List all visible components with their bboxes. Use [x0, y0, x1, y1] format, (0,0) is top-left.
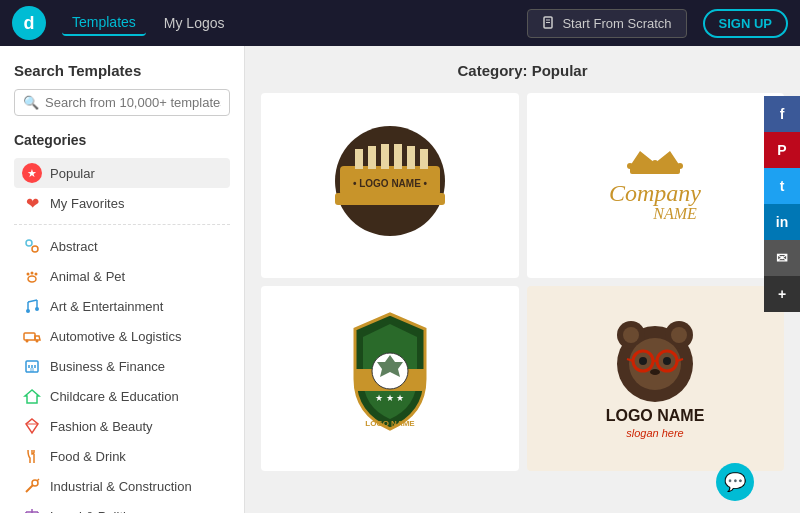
- svg-text:LOGO NAME: LOGO NAME: [606, 407, 705, 424]
- sidebar-item-food-drink[interactable]: Food & Drink: [14, 441, 230, 471]
- svg-marker-22: [25, 390, 39, 403]
- logo-preview-2: Company NAME: [575, 111, 735, 261]
- content-area: Category: Popular • LOGO NAME •: [245, 46, 800, 513]
- balance-icon: [22, 506, 42, 513]
- logo-grid: • LOGO NAME • Company NAME: [261, 93, 784, 471]
- svg-point-4: [32, 246, 38, 252]
- sidebar-item-art-entertainment[interactable]: Art & Entertainment: [14, 291, 230, 321]
- facebook-button[interactable]: f: [764, 96, 800, 132]
- svg-text:• LOGO NAME •: • LOGO NAME •: [353, 178, 428, 189]
- logo-card-1[interactable]: • LOGO NAME •: [261, 93, 519, 278]
- logo-card-3[interactable]: ★ ★ ★ LOGO NAME: [261, 286, 519, 471]
- truck-icon: [22, 326, 42, 346]
- svg-text:NAME: NAME: [652, 205, 697, 222]
- svg-point-57: [671, 327, 687, 343]
- svg-point-65: [663, 357, 671, 365]
- svg-point-5: [28, 276, 36, 282]
- app-logo: d: [12, 6, 46, 40]
- svg-point-16: [36, 340, 39, 343]
- svg-rect-39: [407, 146, 415, 169]
- svg-rect-21: [30, 368, 34, 372]
- svg-point-12: [26, 309, 30, 313]
- svg-rect-34: [335, 193, 445, 205]
- search-templates-title: Search Templates: [14, 62, 230, 79]
- building-icon: [22, 356, 42, 376]
- sidebar-item-legal-politics[interactable]: Legal & Politics: [14, 501, 230, 513]
- twitter-button[interactable]: t: [764, 168, 800, 204]
- logo-preview-1: • LOGO NAME •: [310, 111, 470, 261]
- paw-icon: [22, 266, 42, 286]
- svg-text:slogan here: slogan here: [627, 427, 685, 439]
- sidebar-item-business-finance[interactable]: Business & Finance: [14, 351, 230, 381]
- search-input[interactable]: [45, 95, 221, 110]
- svg-text:LOGO NAME: LOGO NAME: [365, 419, 415, 428]
- nav-templates[interactable]: Templates: [62, 10, 146, 36]
- sidebar-item-childcare-education[interactable]: Childcare & Education: [14, 381, 230, 411]
- svg-text:Company: Company: [609, 180, 701, 206]
- linkedin-button[interactable]: in: [764, 204, 800, 240]
- svg-point-6: [27, 273, 30, 276]
- svg-point-58: [629, 338, 681, 390]
- svg-rect-38: [394, 144, 402, 169]
- logo-card-2[interactable]: Company NAME: [527, 93, 785, 278]
- logo-preview-3: ★ ★ ★ LOGO NAME: [310, 299, 470, 459]
- svg-point-64: [639, 357, 647, 365]
- svg-point-45: [677, 163, 683, 169]
- document-icon: [542, 16, 556, 30]
- sidebar-item-abstract[interactable]: Abstract: [14, 231, 230, 261]
- header-nav: Templates My Logos: [62, 10, 235, 36]
- chat-button[interactable]: 💬: [716, 463, 754, 501]
- more-share-button[interactable]: +: [764, 276, 800, 312]
- category-name: Popular: [532, 62, 588, 79]
- nav-mylogos[interactable]: My Logos: [154, 11, 235, 35]
- svg-line-10: [28, 300, 37, 302]
- pinterest-button[interactable]: P: [764, 132, 800, 168]
- signup-button[interactable]: SIGN UP: [703, 9, 788, 38]
- music-icon: [22, 296, 42, 316]
- logo-preview-4: LOGO NAME slogan here: [575, 299, 735, 459]
- sidebar-item-automotive[interactable]: Automotive & Logistics: [14, 321, 230, 351]
- svg-marker-23: [26, 419, 38, 433]
- svg-point-43: [627, 163, 633, 169]
- svg-point-44: [652, 160, 658, 166]
- star-icon: ★: [22, 163, 42, 183]
- svg-point-56: [623, 327, 639, 343]
- svg-point-15: [26, 340, 29, 343]
- svg-line-26: [26, 485, 33, 492]
- sidebar-item-industrial-construction[interactable]: Industrial & Construction: [14, 471, 230, 501]
- search-icon: 🔍: [23, 95, 39, 110]
- svg-point-8: [35, 273, 38, 276]
- svg-text:★ ★ ★: ★ ★ ★: [375, 393, 404, 403]
- svg-rect-37: [381, 144, 389, 169]
- svg-point-66: [650, 369, 660, 375]
- heart-icon: ❤: [22, 193, 42, 213]
- categories-title: Categories: [14, 132, 230, 148]
- header: d Templates My Logos Start From Scratch …: [0, 0, 800, 46]
- svg-rect-36: [368, 146, 376, 169]
- food-icon: [22, 446, 42, 466]
- tools-icon: [22, 476, 42, 496]
- email-button[interactable]: ✉: [764, 240, 800, 276]
- sidebar-item-fashion-beauty[interactable]: Fashion & Beauty: [14, 411, 230, 441]
- svg-rect-35: [355, 149, 363, 169]
- social-bar: f P t in ✉ +: [764, 96, 800, 312]
- sidebar: Search Templates 🔍 Categories ★ Popular …: [0, 46, 245, 513]
- sidebar-item-favorites[interactable]: ❤ My Favorites: [14, 188, 230, 218]
- svg-point-3: [26, 240, 32, 246]
- svg-rect-40: [420, 149, 428, 169]
- sidebar-item-popular[interactable]: ★ Popular: [14, 158, 230, 188]
- logo-card-4[interactable]: LOGO NAME slogan here: [527, 286, 785, 471]
- sidebar-item-animal-pet[interactable]: Animal & Pet: [14, 261, 230, 291]
- start-from-scratch-button[interactable]: Start From Scratch: [527, 9, 686, 38]
- main-layout: Search Templates 🔍 Categories ★ Popular …: [0, 46, 800, 513]
- svg-rect-42: [630, 166, 680, 174]
- diamond-icon: [22, 416, 42, 436]
- svg-line-28: [37, 479, 39, 481]
- svg-point-7: [31, 272, 34, 275]
- search-box: 🔍: [14, 89, 230, 116]
- category-label: Category: Popular: [261, 62, 784, 79]
- svg-rect-14: [24, 333, 35, 340]
- abstract-icon: [22, 236, 42, 256]
- house-icon: [22, 386, 42, 406]
- svg-point-13: [35, 307, 39, 311]
